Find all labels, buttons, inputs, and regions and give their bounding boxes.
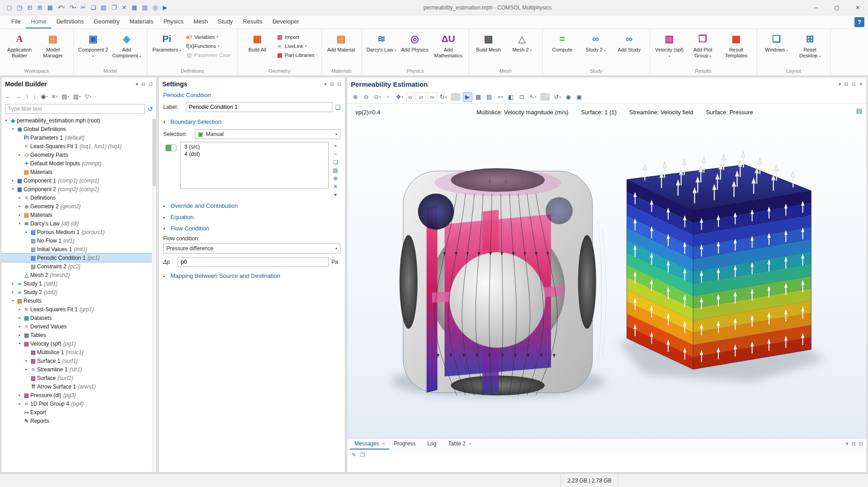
reset-desktop-button[interactable]: ⊞ Reset Desktop ▾ — [794, 31, 826, 65]
tree-item-pressure-dl[interactable]: ▸ ▧ Pressure (dl) {pg3} — [1, 391, 156, 399]
equation-section-header[interactable]: ▸ Equation — [163, 214, 340, 220]
columns-icon[interactable]: ▥▾ — [73, 93, 81, 100]
panel-menu-icon[interactable]: ▾ — [136, 81, 138, 87]
build-mesh-button[interactable]: ▩ Build Mesh — [472, 31, 505, 65]
tree-expander[interactable]: ▸ — [17, 204, 23, 208]
zoom-box-icon[interactable]: ▫ — [383, 92, 393, 102]
model-settings-icon[interactable]: ▦ — [45, 2, 55, 13]
tree-item-surface-1[interactable]: ▸ ▨ Surface 1 {surf1} — [1, 356, 156, 365]
duplicate-icon[interactable]: ❐ — [109, 2, 119, 13]
tree-expander[interactable]: ▾ — [10, 299, 16, 303]
move-down-icon[interactable]: ↓ — [33, 93, 37, 100]
cut-icon[interactable]: ✂ — [79, 2, 88, 13]
zoom-in-icon[interactable]: ⊕ — [351, 92, 360, 102]
undo-icon[interactable]: ↶▾ — [56, 2, 66, 13]
dock-icon[interactable]: ⊡ — [149, 81, 153, 87]
show-icon[interactable]: ◉▾ — [41, 93, 48, 100]
panel-menu-icon[interactable]: ▾ — [846, 441, 849, 447]
tree-expander[interactable]: ▾ — [10, 127, 16, 131]
back-icon[interactable]: ← — [5, 93, 11, 100]
tree-item-constraint-2[interactable]: ▨ Constraint 2 {pc2} — [1, 262, 156, 271]
menu-physics[interactable]: Physics — [158, 15, 189, 28]
refresh-icon[interactable]: ↺ — [147, 105, 153, 112]
save-icon[interactable]: ⊟ — [26, 2, 35, 13]
tree-item-initial-values-1[interactable]: ▨ Initial Values 1 {init1} — [1, 245, 156, 253]
view-yz-button[interactable]: yz — [417, 92, 426, 102]
tree-item-arrow-surface-1[interactable]: ⇈ Arrow Surface 1 {arws1} — [1, 382, 156, 391]
part-libraries-button[interactable]: ▦ Part Libraries — [274, 52, 318, 59]
clear-messages-icon[interactable]: ✎ — [352, 452, 356, 458]
scrollbar-thumb[interactable] — [152, 119, 156, 187]
tree-expander[interactable]: ▸ — [17, 153, 23, 157]
tree-item-derived-values[interactable]: ▸ ≡ Derived Values — [1, 322, 156, 331]
tree-item-velocity-spf[interactable]: ▾ ▧ Velocity (spf) {pg1} — [1, 339, 156, 348]
model-tree-icon[interactable]: ≡▾ — [52, 93, 57, 100]
add-material-button[interactable]: ▤ Add Material — [325, 31, 358, 65]
view-icon[interactable]: ❖▾ — [394, 92, 404, 102]
lock-axes-icon[interactable]: ⊡ — [517, 92, 527, 102]
label-input[interactable] — [186, 102, 332, 112]
menu-mesh[interactable]: Mesh — [189, 15, 213, 28]
print-icon[interactable]: ▣ — [575, 92, 584, 102]
menu-home[interactable]: Home — [26, 15, 52, 28]
filter-input[interactable] — [5, 104, 145, 114]
run-icon[interactable]: ▶ — [161, 2, 170, 13]
tab-progress[interactable]: Progress — [389, 438, 423, 450]
tree-item-materials-comp2[interactable]: ▸ ▤ Materials — [1, 211, 156, 219]
tree-expander[interactable]: ▸ — [17, 402, 23, 406]
rotate-icon[interactable]: ↻▾ — [439, 92, 448, 102]
select-icon[interactable]: ↖▾ — [528, 92, 538, 102]
study-2-button[interactable]: ∞ Study 2 ▾ — [580, 31, 612, 65]
view-zx-button[interactable]: zx — [428, 92, 437, 102]
menu-study[interactable]: Study — [213, 15, 238, 28]
tree-item-export[interactable]: ↦ Export — [1, 408, 156, 417]
maximize-icon[interactable]: ⊡ — [852, 81, 856, 87]
compute-button[interactable]: = Compute — [546, 31, 579, 65]
application-builder-button[interactable]: A Application Builder — [3, 31, 36, 65]
tree-expander[interactable]: ▸ — [24, 359, 29, 363]
tree-expander[interactable]: ▾ — [10, 187, 16, 191]
clear-selection-icon[interactable]: ✕ — [333, 183, 338, 190]
tree-item-darcys-law[interactable]: ▾ ≋ Darcy's Law {dl} {dl} — [1, 219, 156, 228]
add-mathematics-button[interactable]: ΔU Add Mathematics — [432, 31, 465, 65]
zoom-out-icon[interactable]: ⊖ — [362, 92, 371, 102]
tree-item-geometry-2[interactable]: ▸ ◈ Geometry 2 {geom2} — [1, 202, 156, 211]
plot-info-icon[interactable]: ▤ — [856, 107, 862, 114]
tree-item-1d-plot-group-4[interactable]: ▸ ≈ 1D Plot Group 4 {pg4} — [1, 399, 156, 408]
livelink-button[interactable]: ∞ LiveLink ▾ — [274, 42, 318, 50]
snapshot-icon[interactable]: ◉ — [564, 92, 573, 102]
tree-expander[interactable]: ▾ — [17, 342, 23, 346]
zoom-extents-icon[interactable]: ⊙▾ — [373, 92, 382, 102]
tree-expander[interactable]: ▸ — [10, 281, 16, 286]
mesh-2-button[interactable]: △ Mesh 2 ▾ — [506, 31, 538, 65]
flow-condition-header[interactable]: ▾ Flow Condition — [163, 225, 340, 232]
tree-expander[interactable]: ▾ — [3, 118, 9, 122]
update-icon[interactable]: ↺▾ — [552, 92, 562, 102]
copy-messages-icon[interactable]: ❐ — [360, 452, 365, 458]
override-section-header[interactable]: ▸ Override and Contribution — [163, 202, 340, 209]
tree-expander[interactable]: ▸ — [17, 333, 23, 337]
close-tab-icon[interactable]: × — [468, 441, 471, 446]
open-icon[interactable]: ◳ — [15, 2, 24, 13]
tree-item-parameters-1[interactable]: Pi Parameters 1 {default} — [1, 133, 156, 142]
close-button[interactable]: ✕ — [847, 0, 868, 15]
save-as-icon[interactable]: ⊞ — [36, 2, 45, 13]
tree-item-global-definitions[interactable]: ▾ ◉ Global Definitions — [1, 125, 156, 133]
tree-item-root[interactable]: ▾ ◆ permeability_estimation.mph (root) — [1, 116, 156, 125]
selection-dropdown[interactable]: ▣ Manual ▾ — [195, 129, 340, 139]
pressure-difference-input[interactable] — [178, 257, 329, 267]
move-up-icon[interactable]: ↑ — [26, 93, 29, 100]
menu-results[interactable]: Results — [238, 15, 267, 28]
maximize-icon[interactable]: ⊡ — [859, 441, 863, 447]
tree-expander[interactable]: ▸ — [17, 316, 23, 320]
tree-item-porous-medium-1[interactable]: ▸ ▨ Porous Medium 1 {porous1} — [1, 228, 156, 236]
plot-area[interactable]: vp(2)=0.4 Multislice: Velocity magnitude… — [347, 103, 867, 438]
selection-list-item[interactable]: 4 (dst) — [181, 150, 328, 158]
parameter-case-button[interactable]: ▦ Parameter Case — [184, 52, 234, 59]
tree-item-results[interactable]: ▾ ▧ Results — [1, 296, 156, 305]
copy-selection-icon[interactable]: ❏ — [333, 159, 338, 165]
copy-icon[interactable]: ❏ — [89, 2, 98, 13]
add-selection-icon[interactable]: + — [334, 143, 337, 149]
velocity-group-button[interactable]: ▧ Velocity (spf) ▾ — [653, 31, 686, 65]
tree-expander[interactable]: ▸ — [24, 230, 29, 234]
